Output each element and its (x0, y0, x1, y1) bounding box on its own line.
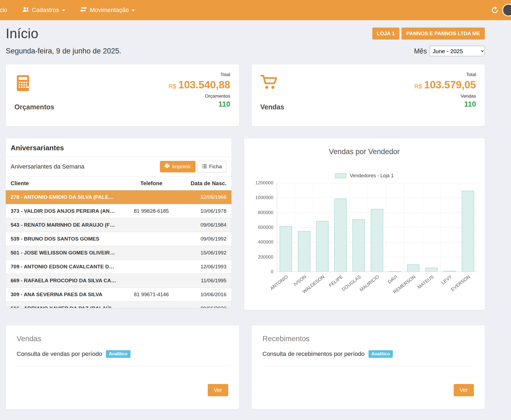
total-label: Total (414, 72, 476, 77)
x-tick-label: DAVI (387, 274, 399, 285)
bar-slot (404, 183, 423, 272)
x-tick-label: DOUGLAS (341, 274, 362, 292)
x-tick-label: FELIPE (328, 274, 344, 288)
vendas-por-vendedor-card: Vendas por Vendedor Vendedores - Loja 1 … (244, 138, 485, 310)
page-title: Início (6, 26, 38, 41)
y-tick-label: 0 (271, 269, 273, 275)
table-row[interactable]: 539 - BRUNO DOS SANTOS GOMES09/06/1992 (6, 232, 231, 246)
nav-inicio-label: Início (0, 7, 7, 14)
report-title: Recebimentos (263, 335, 474, 343)
ver-vendas-button[interactable]: Ver (208, 384, 228, 396)
bar-waldeson (316, 221, 329, 272)
chevron-down-icon (62, 10, 65, 11)
x-tick-label: MATEUS (417, 274, 435, 290)
bar-slot (386, 183, 405, 272)
bar-ivson (298, 231, 310, 272)
bar-slot (423, 183, 441, 272)
column-header-cliente: Cliente (6, 177, 121, 190)
count-label: Vendas (414, 94, 476, 99)
bar-davi (389, 271, 401, 272)
table-row[interactable]: 709 - ANTONIO EDSON CAVALCANTE D…12/06/1… (6, 260, 231, 274)
column-header-data-nasc: Data de Nasc. (182, 177, 231, 190)
birthday-table-body: 278 - ANTONIO EMIDIO DA SILVA (PALE…12/0… (6, 190, 231, 308)
total-amount: R$103.540,88 (168, 79, 230, 91)
y-tick-label: 600000 (258, 225, 274, 230)
aniversariantes-card: Aniversariantes Aniversariantes da Seman… (6, 138, 231, 308)
top-navbar: Início Cadastros Movimentação (0, 0, 511, 20)
column-header-telefone: Telefone (121, 177, 182, 190)
chart-plot (277, 183, 477, 272)
calculator-icon (14, 75, 54, 93)
date-text: Segunda-feira, 9 de junho de 2025. (6, 47, 121, 55)
total-label: Total (168, 72, 230, 77)
aniversariantes-title: Aniversariantes (6, 138, 231, 157)
nav-movimentacao-label: Movimentação (90, 7, 129, 14)
count-label: Orçamentos (168, 94, 230, 99)
x-tick-label: ANTONIO (269, 274, 289, 291)
bar-mauricio (371, 209, 383, 272)
month-select[interactable]: June - 2025 (430, 46, 485, 56)
x-tick-label: IVSON (293, 274, 307, 287)
month-label: Mês (414, 47, 427, 55)
bar-slot (441, 183, 459, 272)
legend-label: Vendedores - Loja 1 (350, 173, 394, 179)
ver-recebimentos-button[interactable]: Ver (454, 384, 474, 396)
ficha-button[interactable]: Ficha (197, 161, 226, 172)
refresh-icon[interactable] (491, 6, 499, 15)
exchange-arrows-icon (80, 7, 87, 14)
divider (263, 366, 474, 366)
divider (17, 366, 228, 366)
list-icon (202, 164, 207, 170)
nav-item-inicio[interactable]: Início (0, 7, 7, 14)
nav-item-movimentacao[interactable]: Movimentação (80, 7, 135, 14)
analitico-badge: Analítico (369, 350, 393, 358)
y-tick-label: 400000 (258, 239, 274, 245)
table-row[interactable]: 278 - ANTONIO EMIDIO DA SILVA (PALE…12/0… (6, 190, 231, 204)
bar-remerson (407, 264, 420, 272)
x-tick-label: MAURICIO (359, 274, 380, 293)
users-icon (22, 7, 29, 14)
bar-slot (277, 183, 295, 272)
bar-slot (368, 183, 386, 272)
nav-item-cadastros[interactable]: Cadastros (22, 7, 65, 14)
bar-antonio (280, 226, 292, 272)
orcamentos-card: Orçamentos Total R$103.540,88 Orçamentos… (6, 64, 239, 126)
bar-douglas (352, 219, 365, 272)
store-button[interactable]: LOJA 1 (372, 28, 400, 40)
x-tick-label: LEVY (441, 274, 453, 286)
y-tick-label: 200000 (258, 254, 274, 260)
company-button[interactable]: PANNOS E PANNOS LTDA ME (402, 28, 485, 40)
chart-legend[interactable]: Vendedores - Loja 1 (252, 173, 477, 179)
bar-slot (350, 183, 368, 272)
y-axis-labels: 020000040000060000080000010000001200000 (252, 183, 277, 272)
table-row[interactable]: 373 - VALDIR DOS ANJOS PEREIRA (AN…81 99… (6, 204, 231, 218)
bar-slot (295, 183, 313, 272)
table-row[interactable]: 616 - ADRIANO XAVIER DA PAZ (BALAÚ)09/06… (6, 302, 231, 308)
count-value: 110 (168, 100, 230, 109)
aniversariantes-subtitle: Aniversariantes da Semana (11, 163, 84, 170)
analitico-badge: Analítico (106, 350, 130, 358)
nav-cadastros-label: Cadastros (32, 7, 59, 14)
bar-mateus (425, 268, 438, 272)
card-title-vendas: Vendas (260, 103, 284, 111)
legend-swatch (335, 173, 346, 178)
total-amount: R$103.579,05 (414, 79, 476, 91)
table-row[interactable]: 309 - ANA SEVERINA PAES DA SILVA81 99671… (6, 288, 231, 302)
bar-felipe (334, 199, 347, 272)
bar-slot (332, 183, 350, 272)
report-description: Consulta de vendas por período (17, 350, 102, 358)
y-tick-label: 1000000 (255, 195, 273, 200)
imprimir-button[interactable]: Imprimir (160, 161, 195, 172)
bar-slot (313, 183, 332, 272)
printer-icon (165, 164, 170, 170)
vendas-report-card: Vendas Consulta de vendas por período An… (6, 325, 239, 409)
table-row[interactable]: 543 - RENATO MARINHO DE ARAUJO (F…09/06/… (6, 218, 231, 232)
user-avatar[interactable] (502, 4, 511, 16)
chart-title: Vendas por Vendedor (252, 148, 477, 156)
bar-chart: 020000040000060000080000010000001200000 … (252, 183, 477, 296)
report-title: Vendas (17, 335, 228, 343)
table-row[interactable]: 669 - RAFAELA PROCOPIO DA SILVA CA…11/06… (6, 274, 231, 288)
bar-levy (444, 271, 456, 272)
y-tick-label: 1200000 (255, 180, 273, 186)
table-row[interactable]: 501 - JOSE WELISSON GOMES OLIVEIR…15/06/… (6, 246, 231, 260)
